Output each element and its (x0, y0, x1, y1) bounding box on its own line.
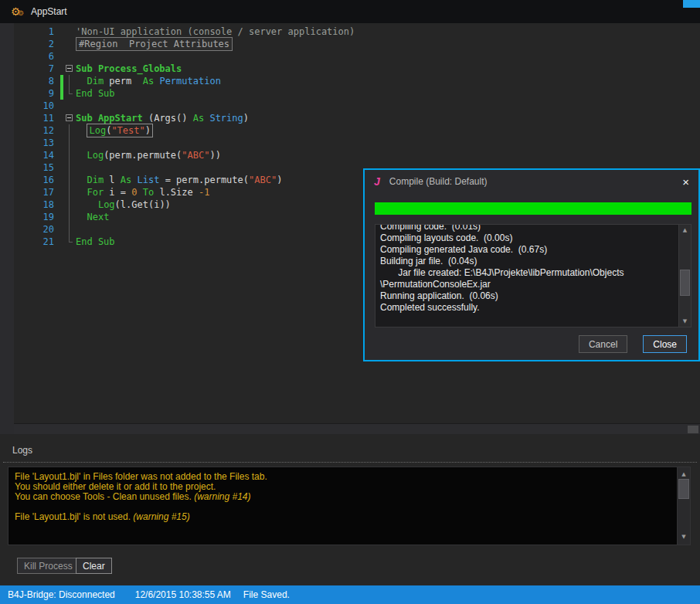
compile-log-line: Building jar file. (0.04s) (380, 256, 674, 267)
logs-output[interactable]: File 'Layout1.bjl' in Files folder was n… (8, 467, 691, 545)
line-number: 8 (14, 75, 60, 87)
fold-collapse-icon[interactable] (66, 65, 73, 72)
logs-scrollbar[interactable]: ▲ ▼ (677, 467, 690, 545)
code-line-10[interactable]: 10 (14, 100, 700, 112)
fold-margin[interactable] (65, 112, 76, 124)
line-number: 14 (14, 149, 60, 161)
line-number: 11 (14, 112, 60, 124)
compile-log-line: \PermutationConsoleEx.jar (380, 279, 674, 290)
compile-log-line: Compiling layouts code. (0.00s) (380, 232, 674, 244)
logs-divider (3, 462, 697, 463)
compile-log-output[interactable]: Compiling code. (0.01s)Compiling layouts… (375, 224, 692, 327)
fold-margin (65, 87, 76, 100)
compile-dialog-titlebar[interactable]: J Compile (Build: Default) × (365, 170, 698, 193)
statement-highlight: Log("Test") (87, 124, 153, 137)
left-panel-strip[interactable] (0, 23, 15, 434)
tab-appstart[interactable]: ⚙⚙ AppStart (0, 0, 78, 23)
code-line-12[interactable]: 12 Log("Test") (14, 124, 700, 137)
scroll-down-icon[interactable]: ▼ (678, 532, 690, 542)
fold-margin (65, 199, 76, 211)
fold-collapse-icon[interactable] (66, 114, 73, 121)
code-text: Log(perm.permute("ABC")) (76, 149, 221, 161)
logs-warning-lines: File 'Layout1.bjl' in Files folder was n… (8, 467, 690, 525)
fold-margin (65, 223, 76, 236)
fold-margin (65, 149, 76, 161)
compile-log-line: Compiling generated Java code. (0.67s) (380, 244, 674, 256)
line-number: 20 (14, 223, 60, 236)
cancel-button[interactable]: Cancel (579, 335, 627, 353)
code-text: Sub Process_Globals (76, 63, 182, 75)
fold-margin (65, 137, 76, 149)
compile-log-line: Completed successfully. (380, 302, 674, 314)
code-line-7[interactable]: 7Sub Process_Globals (14, 63, 700, 75)
editor-horizontal-scrollbar[interactable] (14, 423, 700, 434)
line-number: 1 (14, 25, 60, 38)
code-text: Sub AppStart (Args() As String) (76, 112, 249, 124)
scrollbar-corner[interactable] (688, 426, 698, 433)
line-number: 6 (14, 50, 60, 63)
kill-process-button[interactable]: Kill Process (17, 558, 80, 574)
fold-margin[interactable] (65, 63, 76, 75)
code-line-14[interactable]: 14 Log(perm.permute("ABC")) (14, 149, 700, 161)
code-text: 'Non-UI application (console / server ap… (76, 25, 355, 38)
line-number: 18 (14, 199, 60, 211)
line-number: 21 (14, 236, 60, 248)
code-text: For i = 0 To l.Size -1 (76, 186, 209, 199)
fold-margin (65, 174, 76, 186)
code-line-13[interactable]: 13 (14, 137, 700, 149)
scroll-up-icon[interactable]: ▲ (679, 227, 691, 233)
scrollbar-thumb[interactable] (678, 479, 689, 499)
line-number: 13 (14, 137, 60, 149)
line-number: 16 (14, 174, 60, 186)
code-line-6[interactable]: 6 (14, 50, 700, 63)
code-line-8[interactable]: 8 Dim perm As Permutation (14, 75, 700, 87)
log-warning-line: You can choose Tools - Clean unused file… (15, 492, 673, 502)
scrollbar-thumb[interactable] (680, 270, 690, 296)
fold-margin (65, 236, 76, 248)
fold-margin (65, 100, 76, 112)
code-text: Dim perm As Permutation (76, 75, 221, 87)
compile-log-line: Running application. (0.06s) (380, 290, 674, 302)
line-number: 10 (14, 100, 60, 112)
code-line-2[interactable]: 2#Region Project Attributes (14, 38, 700, 50)
tab-bar: ⚙⚙ AppStart (0, 0, 700, 24)
scroll-down-icon[interactable]: ▼ (679, 318, 691, 324)
status-timestamp: 12/6/2015 10:38:55 AM (135, 589, 231, 600)
compile-log-scrollbar[interactable]: ▲ ▼ (678, 225, 691, 327)
compile-progress-bar (375, 202, 692, 215)
compile-log-line: Jar file created: E:\B4J\Projekte\libPer… (380, 267, 674, 279)
code-line-11[interactable]: 11Sub AppStart (Args() As String) (14, 112, 700, 124)
compile-log-lines: Compiling code. (0.01s)Compiling layouts… (375, 225, 691, 315)
code-text: Dim l As List = perm.permute("ABC") (76, 174, 282, 186)
status-bar: B4J-Bridge: Disconnected 12/6/2015 10:38… (0, 585, 700, 604)
line-number: 7 (14, 63, 60, 75)
b4j-logo-icon: J (374, 175, 380, 188)
fold-margin (65, 211, 76, 223)
compile-log-line: Compiling code. (0.01s) (380, 224, 674, 232)
compile-dialog-buttons: Cancel Close (579, 335, 687, 353)
logs-panel: Logs File 'Layout1.bjl' in Files folder … (0, 434, 700, 585)
code-text: End Sub (76, 236, 115, 248)
status-message: File Saved. (243, 589, 290, 600)
fold-margin (65, 50, 76, 63)
fold-margin (65, 75, 76, 87)
fold-margin (65, 38, 76, 50)
line-number: 2 (14, 38, 60, 50)
compile-dialog: J Compile (Build: Default) × Compiling c… (363, 168, 700, 361)
fold-margin (65, 124, 76, 137)
clear-button[interactable]: Clear (76, 558, 112, 574)
log-warning-line: File 'Layout1.bjl' is not used. (warning… (15, 512, 673, 522)
tab-label: AppStart (31, 6, 67, 17)
line-number: 19 (14, 211, 60, 223)
code-line-9[interactable]: 9End Sub (14, 87, 700, 100)
code-text: Log("Test") (76, 124, 153, 137)
line-number: 12 (14, 124, 60, 137)
close-icon[interactable]: × (682, 176, 689, 188)
close-button[interactable]: Close (643, 335, 687, 353)
fold-margin (65, 186, 76, 199)
line-number: 15 (14, 161, 60, 174)
code-text: End Sub (76, 87, 115, 100)
bridge-status: B4J-Bridge: Disconnected (8, 589, 115, 600)
code-line-1[interactable]: 1'Non-UI application (console / server a… (14, 25, 700, 38)
code-text: #Region Project Attributes (76, 38, 233, 50)
